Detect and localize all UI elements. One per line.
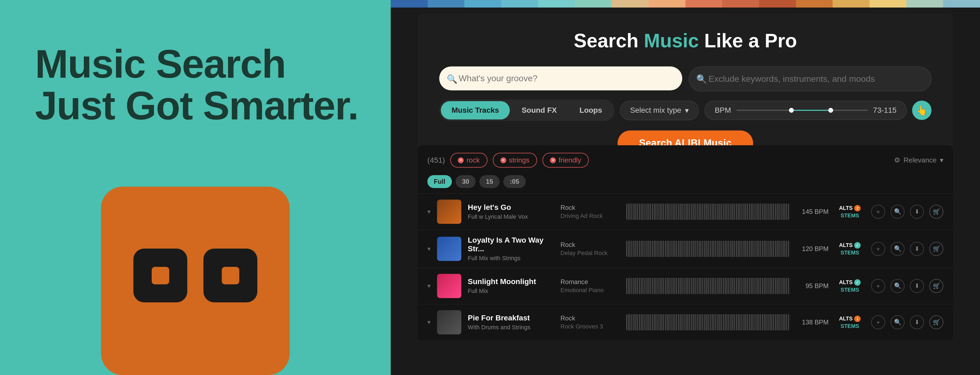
add-button[interactable]: ＋ — [871, 205, 885, 219]
results-header: (451) ✕ rock ✕ strings ✕ friendly ⚙ Rele… — [418, 145, 953, 175]
filter-tag-rock[interactable]: ✕ rock — [450, 153, 487, 168]
sort-control[interactable]: ⚙ Relevance ▾ — [894, 156, 943, 165]
add-button[interactable]: ＋ — [871, 315, 885, 329]
alts-badge: 1 — [854, 316, 861, 322]
track-genre: Romance Emotional Piano — [560, 278, 620, 294]
subgenre-label: Delay Pedal Rock — [560, 250, 620, 256]
genre-label: Rock — [560, 241, 620, 248]
stems-label: STEMS — [841, 212, 859, 219]
tag-label-strings: strings — [509, 156, 530, 165]
mix-type-select[interactable]: Select mix type ▾ — [620, 101, 699, 120]
search-icon-main: 🔍 — [447, 74, 458, 84]
track-title: Sunlight Moonlight — [468, 277, 554, 286]
robot-eye-inner-right — [222, 267, 239, 284]
cart-button[interactable]: 🛒 — [929, 242, 943, 256]
waveform[interactable] — [626, 314, 790, 330]
add-button[interactable]: ＋ — [871, 279, 885, 293]
bpm-control: BPM 73-115 — [704, 101, 907, 120]
track-actions: ＋ 🔍 ⬇ 🛒 — [871, 205, 943, 219]
version-tab-30[interactable]: 30 — [456, 175, 476, 188]
track-btn-loops[interactable]: Loops — [569, 101, 613, 119]
main-search-wrapper: 🔍 — [439, 66, 682, 92]
track-actions: ＋ 🔍 ⬇ 🛒 — [871, 279, 943, 293]
alts-label: ALTS — [839, 316, 853, 322]
track-bpm: 120 BPM — [796, 245, 829, 253]
sort-label: Relevance — [904, 156, 937, 165]
track-row: ▾ Hey let's Go Full w Lyrical Male Vox R… — [418, 193, 953, 230]
color-bar — [391, 0, 980, 8]
bpm-value: 73-115 — [873, 106, 896, 115]
cart-button[interactable]: 🛒 — [929, 279, 943, 293]
waveform[interactable] — [626, 204, 790, 220]
tag-label-rock: rock — [466, 156, 480, 165]
track-title: Hey let's Go — [468, 203, 554, 212]
alts-badge: ✓ — [854, 242, 861, 248]
download-button[interactable]: ⬇ — [910, 279, 924, 293]
track-genre: Rock Delay Pedal Rock — [560, 241, 620, 256]
expand-icon[interactable]: ▾ — [427, 208, 431, 215]
waveform[interactable] — [626, 278, 790, 294]
robot-eye-right — [204, 248, 257, 302]
alts-label: ALTS — [839, 279, 853, 285]
filter-row: Music Tracks Sound FX Loops Select mix t… — [439, 100, 932, 121]
robot-face — [115, 214, 276, 337]
bpm-thumb-left[interactable] — [789, 108, 794, 113]
preview-button[interactable]: 🔍 — [891, 205, 905, 219]
bpm-thumb-right[interactable] — [828, 108, 833, 113]
tag-remove-strings[interactable]: ✕ — [500, 157, 506, 163]
expand-icon[interactable]: ▾ — [427, 318, 431, 326]
track-title: Pie For Breakfast — [468, 314, 554, 322]
add-button[interactable]: ＋ — [871, 242, 885, 256]
track-info: Hey let's Go Full w Lyrical Male Vox — [468, 203, 554, 220]
track-bpm: 95 BPM — [796, 282, 829, 290]
subgenre-label: Emotional Piano — [560, 287, 620, 294]
mix-type-label: Select mix type — [630, 106, 681, 115]
version-tab-05[interactable]: :05 — [503, 175, 526, 188]
alts-label: ALTS — [839, 242, 853, 248]
alts-stems: ALTS 1 STEMS — [835, 316, 865, 329]
preview-button[interactable]: 🔍 — [891, 279, 905, 293]
alts-label: ALTS — [839, 205, 853, 211]
subgenre-label: Driving Ad Rock — [560, 212, 620, 220]
track-info: Sunlight Moonlight Full Mix — [468, 277, 554, 294]
robot-illustration — [74, 133, 317, 375]
left-section: Music Search Just Got Smarter. — [0, 0, 391, 375]
track-info: Loyalty Is A Two Way Str... Full Mix wit… — [468, 236, 554, 262]
download-button[interactable]: ⬇ — [910, 242, 924, 256]
alts-badge: ✓ — [854, 279, 861, 286]
finger-button[interactable]: 👆 — [912, 101, 932, 120]
track-thumbnail — [437, 274, 461, 298]
version-tab-full[interactable]: Full — [427, 175, 452, 188]
version-tab-15[interactable]: 15 — [479, 175, 500, 188]
exclude-search-input[interactable] — [689, 66, 932, 92]
track-row: ▾ Loyalty Is A Two Way Str... Full Mix w… — [418, 230, 953, 267]
cart-button[interactable]: 🛒 — [929, 315, 943, 329]
track-subtitle: Full w Lyrical Male Vox — [468, 213, 554, 220]
tag-label-friendly: friendly — [558, 156, 581, 165]
hero-line-2: Just Got Smarter. — [35, 85, 358, 127]
track-bpm: 138 BPM — [796, 318, 829, 326]
alts-stems: ALTS ✓ STEMS — [835, 242, 865, 256]
chevron-down-icon: ▾ — [685, 106, 689, 115]
genre-label: Romance — [560, 278, 620, 286]
expand-icon[interactable]: ▾ — [427, 245, 431, 253]
subgenre-label: Rock Grooves 3 — [560, 323, 620, 330]
track-btn-sfx[interactable]: Sound FX — [511, 101, 568, 119]
expand-icon[interactable]: ▾ — [427, 282, 431, 290]
main-search-input[interactable] — [439, 66, 682, 90]
tag-remove-friendly[interactable]: ✕ — [550, 157, 556, 163]
filter-tag-strings[interactable]: ✕ strings — [493, 153, 537, 168]
track-btn-music[interactable]: Music Tracks — [441, 101, 510, 119]
stems-label: STEMS — [841, 323, 859, 329]
tag-remove-rock[interactable]: ✕ — [458, 157, 464, 163]
bpm-slider[interactable] — [737, 110, 868, 111]
filter-icon: ⚙ — [894, 156, 900, 165]
download-button[interactable]: ⬇ — [910, 205, 924, 219]
download-button[interactable]: ⬇ — [910, 315, 924, 329]
waveform[interactable] — [626, 241, 790, 257]
preview-button[interactable]: 🔍 — [891, 242, 905, 256]
preview-button[interactable]: 🔍 — [891, 315, 905, 329]
filter-tag-friendly[interactable]: ✕ friendly — [542, 153, 589, 168]
cart-button[interactable]: 🛒 — [929, 205, 943, 219]
robot-body — [101, 187, 290, 375]
